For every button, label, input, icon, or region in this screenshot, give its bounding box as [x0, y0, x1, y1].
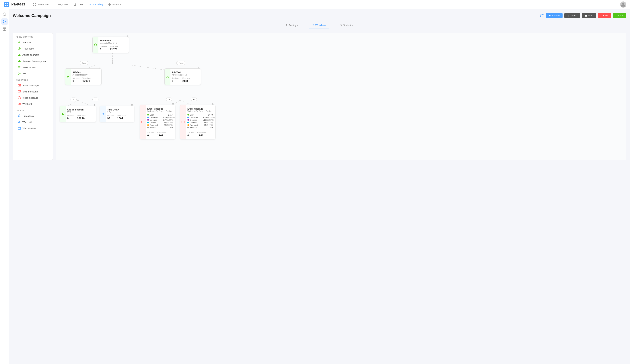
ab-test-right-sub: APercentage: 50: [172, 74, 198, 76]
b-connector-left[interactable]: B: [92, 98, 98, 101]
add-to-segment-header: Add To Segment: [67, 108, 93, 111]
false-connector[interactable]: False: [176, 61, 186, 65]
panel-item-viber[interactable]: Viber message: [16, 95, 50, 101]
node-num-24: 24: [212, 103, 214, 105]
sidebar-workflow-btn[interactable]: [1, 18, 8, 25]
app-logo[interactable]: INTARGET: [4, 2, 25, 7]
tab-workflow[interactable]: 2. Workflow: [309, 22, 330, 29]
panel-item-wait-window-label: Wait window: [22, 127, 36, 130]
left-panel: Flow control A/B-test True/False Add to …: [13, 33, 53, 160]
were-here-value: 21878: [110, 47, 118, 51]
node-icon-area-6: [140, 105, 146, 139]
sidebar-globe-btn[interactable]: [1, 11, 8, 17]
sent-dot: [147, 114, 149, 116]
tab-statistics[interactable]: 3. Statistics: [337, 22, 357, 29]
panel-item-email[interactable]: Email message: [16, 82, 50, 88]
panel-item-time-delay-label: Time delay: [22, 115, 34, 117]
panel-item-viber-label: Viber message: [22, 96, 38, 99]
panel-item-remove-segment[interactable]: Remove from segment: [16, 58, 50, 64]
panel-item-exit[interactable]: Exit: [16, 70, 50, 76]
user-avatar[interactable]: [620, 1, 626, 8]
refresh-icon[interactable]: [540, 13, 544, 18]
time-delay-node[interactable]: 11 Time Delay 1 Day Are here 93 Were her…: [100, 106, 134, 122]
true-false-node[interactable]: 2 True/False Deposits Count = 0 Are here…: [92, 37, 129, 53]
ab-test-right-header: A/B-Test: [172, 71, 198, 74]
time-delay-icon: [18, 114, 21, 118]
panel-item-ab-test[interactable]: A/B-test: [16, 39, 50, 45]
tab-settings[interactable]: 1. Settings: [282, 22, 302, 29]
panel-item-add-segment[interactable]: Add to segment: [16, 52, 50, 58]
are-here-label: Are here: [100, 45, 107, 47]
panel-item-webhook[interactable]: Webhook: [16, 101, 50, 107]
skipped-dot: [147, 127, 149, 128]
a-connector-left[interactable]: A: [70, 98, 76, 101]
nav-security[interactable]: Security: [106, 2, 123, 7]
node-icon-area-5: [100, 106, 106, 122]
panel-item-remove-segment-label: Remove from segment: [22, 60, 46, 62]
started-button[interactable]: Started: [546, 13, 562, 18]
nav-dashboard[interactable]: Dashboard: [31, 2, 51, 7]
panel-item-sms-label: SMS message: [22, 90, 38, 93]
nav-marketing[interactable]: Marketing: [86, 2, 105, 7]
panel-item-true-false-label: True/False: [22, 47, 34, 50]
stop-button[interactable]: Stop: [582, 13, 596, 18]
email-message-right-node[interactable]: 24 Email Message Welcome To Frozen Casin…: [180, 105, 216, 139]
pause-button[interactable]: Pause: [564, 13, 580, 18]
b-connector-right[interactable]: B: [191, 98, 197, 101]
cancel-button[interactable]: Cancel: [598, 13, 611, 18]
add-to-segment-sub: FTD: [67, 111, 93, 113]
nav-segments[interactable]: Segments: [52, 2, 71, 7]
svg-rect-5: [35, 3, 36, 4]
sidebar-table-btn[interactable]: [1, 26, 8, 32]
svg-rect-7: [35, 5, 36, 6]
node-icon-area-2: [65, 69, 71, 85]
panel-item-wait-until-label: Wait until: [22, 121, 32, 124]
a-connector-right[interactable]: A: [166, 98, 172, 101]
are-here-col: Are here 0: [100, 45, 107, 51]
nav-crm[interactable]: CRM: [72, 2, 86, 7]
page-header: Welcome Campaign Started Pause Stop Canc…: [13, 13, 626, 18]
time-delay-stats: Are here 93 Were here 1661: [107, 115, 132, 120]
ab-test-right-node[interactable]: 21 A/B-Test APercentage: 50 Are here 0 W…: [164, 68, 201, 85]
panel-item-move-step[interactable]: Move to step: [16, 64, 50, 70]
svg-point-40: [20, 104, 20, 105]
viber-icon: [18, 96, 21, 99]
ab-test-icon: [18, 41, 21, 44]
panel-item-true-false[interactable]: True/False: [16, 46, 50, 51]
app-name: INTARGET: [10, 3, 25, 6]
svg-rect-57: [182, 121, 184, 123]
wait-window-icon: [18, 127, 21, 130]
true-connector[interactable]: True: [80, 61, 88, 65]
panel-item-time-delay[interactable]: Time delay: [16, 113, 50, 119]
clicked-dot: [147, 122, 149, 123]
email-right-header: Email Message: [188, 108, 213, 110]
svg-rect-23: [568, 15, 569, 16]
svg-rect-15: [3, 22, 4, 23]
remove-segment-icon: [18, 59, 21, 63]
were-here-col: Were here 21878: [110, 45, 118, 51]
node-icon-area-4: [60, 106, 66, 122]
add-to-segment-stats: Are here 0 Were here 16216: [67, 115, 93, 120]
panel-item-exit-label: Exit: [22, 72, 26, 75]
panel-item-sms[interactable]: SMS message: [16, 89, 50, 94]
workflow-canvas: 2 True/False Deposits Count = 0 Are here…: [56, 33, 626, 160]
ab-test-left-node[interactable]: 3 A/B-Test APercentage: 90 Are here 0 We…: [65, 68, 102, 85]
sidebar: [0, 9, 9, 164]
svg-rect-18: [3, 28, 6, 30]
panel-item-wait-until[interactable]: Wait until: [16, 119, 50, 125]
true-false-stats: Are here 0 Were here 21878: [100, 45, 126, 51]
email-left-sub: Welcome To Frozen Casino: [147, 110, 173, 112]
ab-test-left-header: A/B-Test: [72, 71, 99, 74]
add-to-segment-node[interactable]: 4 Add To Segment FTD Are here 0 Were her…: [60, 106, 96, 122]
update-button[interactable]: Update: [613, 13, 626, 18]
panel-item-wait-window[interactable]: Wait window: [16, 125, 50, 131]
canvas-connectors: [56, 33, 626, 160]
svg-rect-13: [3, 20, 4, 21]
panel-item-move-step-label: Move to step: [22, 66, 36, 69]
were-here-label: Were here: [110, 45, 118, 47]
node-num-11: 11: [131, 104, 133, 106]
exit-icon: [18, 72, 21, 75]
svg-point-39: [18, 104, 19, 105]
svg-rect-35: [18, 84, 20, 86]
email-message-left-node[interactable]: 22 Email Message Welcome To Frozen Casin…: [140, 105, 175, 139]
